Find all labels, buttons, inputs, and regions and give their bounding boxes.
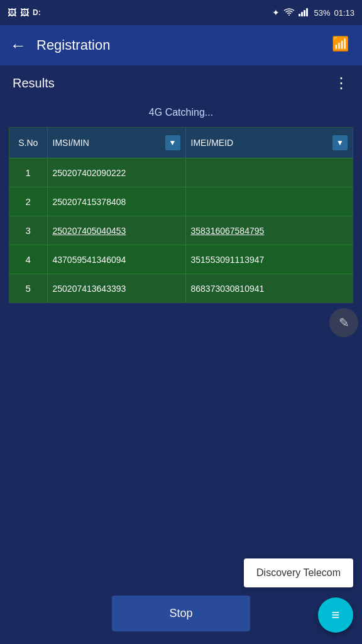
results-header: Results ⋮ <box>0 65 362 101</box>
table-cell-imsi: 437059541346094 <box>47 245 185 274</box>
image2-icon: 🖼 <box>20 8 29 18</box>
table-cell-imei <box>185 187 353 216</box>
time-text: 01:13 <box>334 8 354 18</box>
table-cell-imsi: 250207405040453 <box>47 216 185 245</box>
svg-rect-1 <box>301 12 303 16</box>
photo-icon: 🖼 <box>8 8 16 18</box>
imei-header[interactable]: IMEI/MEID ▼ <box>185 128 353 158</box>
d-icon: D: <box>33 8 41 17</box>
svg-rect-0 <box>299 14 300 16</box>
stop-button[interactable]: Stop <box>112 596 250 631</box>
table-cell-sno: 4 <box>9 245 47 274</box>
table-cell-sno: 5 <box>9 274 47 303</box>
sno-header: S.No <box>9 128 47 158</box>
table-cell-imei: 351553091113947 <box>185 245 353 274</box>
table-cell-imei: 868373030810941 <box>185 274 353 303</box>
wifi-icon <box>283 8 295 18</box>
table-cell-sno: 1 <box>9 158 47 187</box>
network-icon[interactable]: 📶 <box>332 35 352 56</box>
imsi-dropdown-icon[interactable]: ▼ <box>165 135 180 150</box>
results-table: S.No IMSI/MIN ▼ IMEI/MEID ▼ 125020740209… <box>9 128 353 303</box>
app-bar: ← Registration 📶 <box>0 25 362 65</box>
edit-icon: ✎ <box>339 315 349 330</box>
table-cell-imsi: 250207415378408 <box>47 187 185 216</box>
discovery-telecom-label: Discovery Telecom <box>256 567 341 578</box>
fab-menu-button[interactable]: ≡ <box>318 597 353 633</box>
table-cell-imsi: 250207413643393 <box>47 274 185 303</box>
table-cell-sno: 2 <box>9 187 47 216</box>
more-options-button[interactable]: ⋮ <box>334 74 349 92</box>
results-title: Results <box>13 76 55 91</box>
table-row[interactable]: 5250207413643393868373030810941 <box>9 274 353 303</box>
status-bar: 🖼 🖼 D: ✦ 53% 01:13 <box>0 0 362 25</box>
status-bar-right: ✦ 53% 01:13 <box>272 8 354 18</box>
stop-button-container: Stop <box>112 596 250 631</box>
table-cell-imei: 358316067584795 <box>185 216 353 245</box>
back-button[interactable]: ← <box>10 36 26 55</box>
results-table-container: S.No IMSI/MIN ▼ IMEI/MEID ▼ 125020740209… <box>9 127 353 303</box>
menu-icon: ≡ <box>332 607 340 623</box>
table-row[interactable]: 1250207402090222 <box>9 158 353 187</box>
table-header-row: S.No IMSI/MIN ▼ IMEI/MEID ▼ <box>9 128 353 158</box>
catching-status: 4G Catching... <box>0 101 362 127</box>
imsi-header[interactable]: IMSI/MIN ▼ <box>47 128 185 158</box>
table-cell-sno: 3 <box>9 216 47 245</box>
table-row[interactable]: 3250207405040453358316067584795 <box>9 216 353 245</box>
svg-rect-3 <box>306 8 308 16</box>
svg-rect-2 <box>304 10 305 16</box>
table-cell-imei <box>185 158 353 187</box>
table-row[interactable]: 4437059541346094351553091113947 <box>9 245 353 274</box>
catching-status-text: 4G Catching... <box>149 107 213 118</box>
imei-dropdown-icon[interactable]: ▼ <box>332 135 348 150</box>
table-row[interactable]: 2250207415378408 <box>9 187 353 216</box>
app-bar-title: Registration <box>36 37 322 53</box>
table-cell-imsi: 250207402090222 <box>47 158 185 187</box>
svg-text:📶: 📶 <box>332 35 349 52</box>
discovery-telecom-popup: Discovery Telecom <box>244 558 353 587</box>
bluetooth-icon: ✦ <box>272 8 280 18</box>
table-body: 1250207402090222225020741537840832502074… <box>9 158 353 303</box>
status-bar-left: 🖼 🖼 D: <box>8 8 41 18</box>
edit-fab-button[interactable]: ✎ <box>329 308 358 337</box>
battery-text: 53% <box>314 8 330 18</box>
signal-bars <box>299 8 310 18</box>
